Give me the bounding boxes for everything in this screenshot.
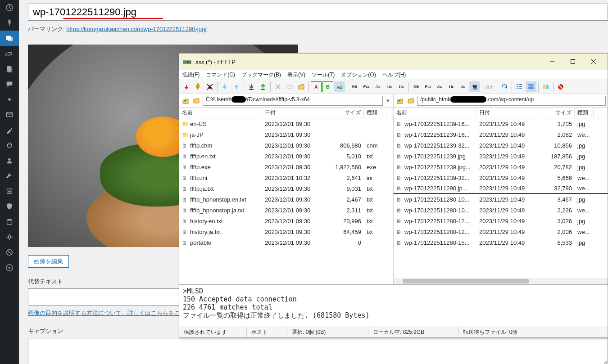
file-row[interactable]: history.ja.txt2023/12/01 09:3064,459txt bbox=[179, 226, 393, 237]
tb-delete-icon[interactable] bbox=[272, 81, 283, 92]
sidebar-plugins[interactable] bbox=[0, 138, 19, 153]
sidebar-play[interactable] bbox=[0, 260, 19, 275]
local-file-list[interactable]: en-US2023/12/01 09:30ja-JP2023/12/01 09:… bbox=[179, 118, 393, 284]
tb-utf82-icon[interactable]: U8 bbox=[446, 81, 457, 92]
remote-up-icon[interactable] bbox=[395, 96, 404, 105]
col-size[interactable]: サイズ bbox=[315, 108, 364, 118]
file-row[interactable]: ffftp_hpnonstop.en.txt2023/12/01 09:302,… bbox=[179, 194, 393, 205]
tb-disconnect-icon[interactable] bbox=[204, 81, 215, 92]
file-row[interactable]: ffftp.exe2023/12/01 09:301,922,560exe bbox=[179, 162, 393, 172]
col-type[interactable]: 種類 bbox=[575, 108, 594, 118]
maximize-button[interactable] bbox=[563, 55, 583, 68]
tb-euc-icon[interactable]: Euc bbox=[361, 81, 372, 92]
close-button[interactable] bbox=[583, 55, 604, 68]
alt-help-link[interactable]: 画像の目的を説明する方法について、詳しくはこちらをご bbox=[28, 309, 180, 317]
tb-utf8b2-icon[interactable]: UB bbox=[458, 81, 468, 92]
menu-bookmark[interactable]: ブックマーク(B) bbox=[241, 71, 281, 79]
tb-sjis-icon[interactable]: S漢 bbox=[349, 81, 360, 92]
file-row[interactable]: wp-1701222511239-32...2023/11/29 10:4910… bbox=[394, 140, 608, 151]
file-row[interactable]: en-US2023/12/01 09:30 bbox=[179, 118, 393, 129]
file-row[interactable]: wp-1701222511239.jpg2023/11/29 10:49187,… bbox=[394, 151, 608, 162]
tb-ascii-icon[interactable]: A bbox=[311, 81, 322, 92]
file-row[interactable]: ffftp.chm2023/12/01 09:30806,680chm bbox=[179, 140, 393, 151]
sidebar-mail[interactable] bbox=[0, 107, 19, 122]
sidebar-dashboard[interactable] bbox=[0, 0, 19, 15]
tb-refresh-icon[interactable] bbox=[499, 81, 510, 92]
tb-jis-icon[interactable]: JIS bbox=[372, 81, 383, 92]
tb-quick-icon[interactable] bbox=[193, 81, 204, 92]
remote-file-list[interactable]: wp-1701222511239-16...2023/11/29 10:493,… bbox=[394, 118, 608, 278]
sidebar-dot[interactable] bbox=[0, 92, 19, 107]
local-dropdown-icon[interactable]: ▾ bbox=[385, 97, 391, 104]
tb-upload-icon[interactable] bbox=[231, 81, 242, 92]
tb-mkdir-icon[interactable] bbox=[296, 81, 307, 92]
tb-binary-icon[interactable]: B bbox=[322, 81, 333, 92]
file-row[interactable]: wp-1701222511239-32...2023/11/29 10:495,… bbox=[394, 172, 608, 183]
file-row[interactable]: ffftp_hpnonstop.ja.txt2023/12/01 09:302,… bbox=[179, 205, 393, 216]
col-size[interactable]: サイズ bbox=[541, 108, 575, 118]
sidebar-pin[interactable] bbox=[0, 15, 19, 31]
file-row[interactable]: wp-1701222511290.jp...2023/11/29 10:4932… bbox=[394, 183, 608, 194]
file-row[interactable]: wp-1701222511239-16...2023/11/29 10:492,… bbox=[394, 129, 608, 140]
menu-connect[interactable]: 接続(F) bbox=[182, 71, 200, 79]
ffftp-titlebar[interactable]: xxx (*) - FFFTP bbox=[179, 54, 608, 70]
local-path-input[interactable]: C:¥Users¥xxxx¥Downloads¥ffftp-v5.8-x64 bbox=[203, 96, 383, 106]
tb-rename-icon[interactable] bbox=[284, 81, 295, 92]
file-row[interactable]: wp-1701222511239-16...2023/11/29 10:493,… bbox=[394, 118, 608, 129]
menu-help[interactable]: ヘルプ(H) bbox=[382, 71, 406, 79]
sidebar-media[interactable] bbox=[0, 31, 19, 46]
minimize-button[interactable] bbox=[542, 55, 563, 68]
col-name[interactable]: 名前 bbox=[394, 108, 476, 118]
permalink-url[interactable]: https://korogarukaachan.com/wp-170122251… bbox=[66, 26, 207, 32]
remote-hscroll[interactable] bbox=[394, 278, 608, 284]
tb-noconv-icon[interactable]: 無 bbox=[469, 81, 480, 92]
col-date[interactable]: 日付 bbox=[262, 108, 315, 118]
tb-euc2-icon[interactable]: Euc bbox=[422, 81, 433, 92]
file-row[interactable]: ffftp.en.txt2023/12/01 09:305,010txt bbox=[179, 151, 393, 162]
local-open-icon[interactable] bbox=[192, 96, 201, 105]
file-row[interactable]: wp-1701222511280-15...2023/11/29 10:496,… bbox=[394, 237, 608, 248]
sidebar-users[interactable] bbox=[0, 153, 19, 168]
file-row[interactable]: wp-1701222511280-10...2023/11/29 10:493,… bbox=[394, 194, 608, 205]
file-row[interactable]: ja-JP2023/12/01 09:30 bbox=[179, 129, 393, 140]
sidebar-tools[interactable] bbox=[0, 168, 19, 184]
remote-path-input[interactable]: /public_html/xxxxxxxxxxxx.com/wp-content… bbox=[417, 96, 606, 106]
col-date[interactable]: 日付 bbox=[476, 108, 541, 118]
file-row[interactable]: wp-1701222511239.jpg...2023/11/29 10:492… bbox=[394, 162, 608, 172]
sidebar-appearance[interactable] bbox=[0, 122, 19, 138]
tb-mirror-up-icon[interactable] bbox=[258, 81, 268, 92]
menu-option[interactable]: オプション(O) bbox=[341, 71, 376, 79]
tb-mirror-down-icon[interactable] bbox=[246, 81, 257, 92]
sidebar-ban[interactable] bbox=[0, 245, 19, 260]
tb-utf8b-icon[interactable]: UB bbox=[396, 81, 407, 92]
col-name[interactable]: 名前 bbox=[179, 108, 262, 118]
sidebar-comments[interactable] bbox=[0, 76, 19, 92]
tb-jis2-icon[interactable]: JIS bbox=[434, 81, 445, 92]
local-up-icon[interactable] bbox=[181, 96, 190, 105]
remote-open-icon[interactable] bbox=[406, 96, 415, 105]
file-row[interactable]: ffftp.ja.txt2023/12/01 09:309,031txt bbox=[179, 183, 393, 194]
sidebar-shield[interactable] bbox=[0, 199, 19, 214]
tb-utf8-icon[interactable]: U8 bbox=[384, 81, 395, 92]
tb-sync-icon[interactable] bbox=[540, 81, 551, 92]
file-row[interactable]: ffftp.ini2023/12/01 10:322,641ini bbox=[179, 172, 393, 183]
caption-input[interactable] bbox=[28, 338, 608, 364]
file-row[interactable]: wp-1701222511280-12...2023/11/29 10:492,… bbox=[394, 226, 608, 237]
edit-image-button[interactable]: 画像を編集 bbox=[28, 255, 69, 268]
file-row[interactable]: portable2023/12/01 09:300 bbox=[179, 237, 393, 248]
sidebar-pages[interactable] bbox=[0, 61, 19, 76]
file-row[interactable]: wp-1701222511280-12...2023/11/29 10:493,… bbox=[394, 216, 608, 226]
file-row[interactable]: history.en.txt2023/12/01 09:3023,996txt bbox=[179, 216, 393, 226]
tb-download-icon[interactable] bbox=[219, 81, 230, 92]
sidebar-settings[interactable] bbox=[0, 229, 19, 245]
tb-list-icon[interactable] bbox=[514, 81, 525, 92]
menu-command[interactable]: コマンド(C) bbox=[206, 71, 235, 79]
tb-abort-icon[interactable] bbox=[555, 81, 566, 92]
tb-auto-icon[interactable]: AB bbox=[334, 81, 345, 92]
ffftp-log[interactable]: >MLSD 150 Accepted data connection 226 4… bbox=[179, 284, 608, 327]
menu-view[interactable]: 表示(V) bbox=[287, 71, 305, 79]
tb-detail-icon[interactable] bbox=[526, 81, 536, 92]
sidebar-links[interactable] bbox=[0, 46, 19, 61]
col-type[interactable]: 種類 bbox=[364, 108, 386, 118]
menu-tool[interactable]: ツール(T) bbox=[312, 71, 335, 79]
